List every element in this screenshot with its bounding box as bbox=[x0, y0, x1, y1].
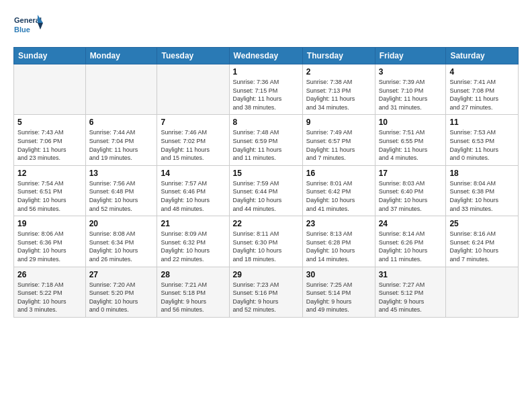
day-cell: 14Sunrise: 7:57 AM Sunset: 6:46 PM Dayli… bbox=[157, 165, 229, 216]
day-info: Sunrise: 7:46 AM Sunset: 7:02 PM Dayligh… bbox=[161, 128, 225, 162]
day-cell: 23Sunrise: 8:13 AM Sunset: 6:28 PM Dayli… bbox=[302, 216, 375, 267]
day-info: Sunrise: 8:14 AM Sunset: 6:26 PM Dayligh… bbox=[379, 230, 443, 263]
day-cell: 4Sunrise: 7:41 AM Sunset: 7:08 PM Daylig… bbox=[446, 64, 519, 115]
day-cell: 21Sunrise: 8:09 AM Sunset: 6:32 PM Dayli… bbox=[157, 216, 229, 267]
day-number: 23 bbox=[306, 219, 371, 228]
page: General Blue SundayMondayTuesdayWednesda… bbox=[0, 0, 532, 324]
calendar: SundayMondayTuesdayWednesdayThursdayFrid… bbox=[13, 47, 519, 318]
day-cell: 10Sunrise: 7:51 AM Sunset: 6:55 PM Dayli… bbox=[375, 115, 446, 165]
day-cell bbox=[157, 64, 229, 115]
day-info: Sunrise: 7:59 AM Sunset: 6:44 PM Dayligh… bbox=[233, 179, 299, 213]
day-number: 12 bbox=[17, 169, 82, 178]
day-info: Sunrise: 8:01 AM Sunset: 6:42 PM Dayligh… bbox=[306, 179, 371, 213]
day-info: Sunrise: 7:49 AM Sunset: 6:57 PM Dayligh… bbox=[306, 128, 371, 162]
day-info: Sunrise: 7:51 AM Sunset: 6:55 PM Dayligh… bbox=[379, 128, 443, 162]
day-cell bbox=[14, 64, 86, 115]
day-info: Sunrise: 8:11 AM Sunset: 6:30 PM Dayligh… bbox=[233, 230, 299, 263]
day-info: Sunrise: 7:53 AM Sunset: 6:53 PM Dayligh… bbox=[449, 128, 515, 162]
day-number: 27 bbox=[89, 270, 154, 279]
day-cell: 7Sunrise: 7:46 AM Sunset: 7:02 PM Daylig… bbox=[157, 115, 229, 165]
week-row-2: 5Sunrise: 7:43 AM Sunset: 7:06 PM Daylig… bbox=[14, 115, 519, 165]
day-cell bbox=[446, 267, 519, 317]
logo-svg: General Blue bbox=[13, 12, 43, 42]
day-info: Sunrise: 7:18 AM Sunset: 5:22 PM Dayligh… bbox=[17, 281, 82, 314]
day-number: 16 bbox=[306, 169, 371, 178]
day-info: Sunrise: 7:41 AM Sunset: 7:08 PM Dayligh… bbox=[449, 78, 515, 111]
day-cell: 25Sunrise: 8:16 AM Sunset: 6:24 PM Dayli… bbox=[446, 216, 519, 267]
day-info: Sunrise: 8:08 AM Sunset: 6:34 PM Dayligh… bbox=[89, 230, 154, 263]
day-cell: 11Sunrise: 7:53 AM Sunset: 6:53 PM Dayli… bbox=[446, 115, 519, 165]
day-info: Sunrise: 7:36 AM Sunset: 7:15 PM Dayligh… bbox=[233, 78, 299, 111]
day-cell: 24Sunrise: 8:14 AM Sunset: 6:26 PM Dayli… bbox=[375, 216, 446, 267]
day-number: 17 bbox=[379, 169, 443, 178]
weekday-tuesday: Tuesday bbox=[157, 48, 229, 64]
day-number: 5 bbox=[17, 118, 82, 127]
weekday-header-row: SundayMondayTuesdayWednesdayThursdayFrid… bbox=[14, 48, 519, 64]
day-cell: 5Sunrise: 7:43 AM Sunset: 7:06 PM Daylig… bbox=[14, 115, 86, 165]
day-number: 6 bbox=[89, 118, 154, 127]
day-number: 31 bbox=[379, 270, 443, 279]
day-info: Sunrise: 7:27 AM Sunset: 5:12 PM Dayligh… bbox=[379, 281, 443, 314]
day-cell: 26Sunrise: 7:18 AM Sunset: 5:22 PM Dayli… bbox=[14, 267, 86, 317]
svg-text:Blue: Blue bbox=[14, 26, 30, 34]
weekday-sunday: Sunday bbox=[14, 48, 86, 64]
day-number: 10 bbox=[379, 118, 443, 127]
day-cell: 17Sunrise: 8:03 AM Sunset: 6:40 PM Dayli… bbox=[375, 165, 446, 216]
day-number: 25 bbox=[449, 219, 515, 228]
day-number: 9 bbox=[306, 118, 371, 127]
day-info: Sunrise: 7:43 AM Sunset: 7:06 PM Dayligh… bbox=[17, 128, 82, 162]
day-number: 30 bbox=[306, 270, 371, 279]
day-info: Sunrise: 7:54 AM Sunset: 6:51 PM Dayligh… bbox=[17, 179, 82, 213]
day-cell: 2Sunrise: 7:38 AM Sunset: 7:13 PM Daylig… bbox=[302, 64, 375, 115]
day-number: 14 bbox=[161, 169, 225, 178]
day-info: Sunrise: 7:39 AM Sunset: 7:10 PM Dayligh… bbox=[379, 78, 443, 111]
day-number: 15 bbox=[233, 169, 299, 178]
day-number: 13 bbox=[89, 169, 154, 178]
day-number: 4 bbox=[449, 67, 515, 77]
header: General Blue bbox=[13, 12, 519, 42]
day-cell: 19Sunrise: 8:06 AM Sunset: 6:36 PM Dayli… bbox=[14, 216, 86, 267]
week-row-3: 12Sunrise: 7:54 AM Sunset: 6:51 PM Dayli… bbox=[14, 165, 519, 216]
day-cell: 3Sunrise: 7:39 AM Sunset: 7:10 PM Daylig… bbox=[375, 64, 446, 115]
day-number: 2 bbox=[306, 67, 371, 77]
logo: General Blue bbox=[13, 12, 43, 42]
day-info: Sunrise: 8:16 AM Sunset: 6:24 PM Dayligh… bbox=[449, 230, 515, 263]
week-row-4: 19Sunrise: 8:06 AM Sunset: 6:36 PM Dayli… bbox=[14, 216, 519, 267]
weekday-saturday: Saturday bbox=[446, 48, 519, 64]
day-info: Sunrise: 7:48 AM Sunset: 6:59 PM Dayligh… bbox=[233, 128, 299, 162]
day-number: 1 bbox=[233, 67, 299, 77]
day-cell: 12Sunrise: 7:54 AM Sunset: 6:51 PM Dayli… bbox=[14, 165, 86, 216]
day-cell: 16Sunrise: 8:01 AM Sunset: 6:42 PM Dayli… bbox=[302, 165, 375, 216]
day-cell: 30Sunrise: 7:25 AM Sunset: 5:14 PM Dayli… bbox=[302, 267, 375, 317]
day-number: 7 bbox=[161, 118, 225, 127]
day-cell: 20Sunrise: 8:08 AM Sunset: 6:34 PM Dayli… bbox=[85, 216, 157, 267]
day-cell: 31Sunrise: 7:27 AM Sunset: 5:12 PM Dayli… bbox=[375, 267, 446, 317]
svg-text:General: General bbox=[14, 16, 42, 24]
day-cell: 15Sunrise: 7:59 AM Sunset: 6:44 PM Dayli… bbox=[229, 165, 302, 216]
weekday-monday: Monday bbox=[85, 48, 157, 64]
day-cell: 1Sunrise: 7:36 AM Sunset: 7:15 PM Daylig… bbox=[229, 64, 302, 115]
day-number: 19 bbox=[17, 219, 82, 228]
day-number: 11 bbox=[449, 118, 515, 127]
day-cell: 29Sunrise: 7:23 AM Sunset: 5:16 PM Dayli… bbox=[229, 267, 302, 317]
day-info: Sunrise: 8:04 AM Sunset: 6:38 PM Dayligh… bbox=[449, 179, 515, 213]
week-row-1: 1Sunrise: 7:36 AM Sunset: 7:15 PM Daylig… bbox=[14, 64, 519, 115]
day-cell: 22Sunrise: 8:11 AM Sunset: 6:30 PM Dayli… bbox=[229, 216, 302, 267]
day-number: 28 bbox=[161, 270, 225, 279]
day-cell: 6Sunrise: 7:44 AM Sunset: 7:04 PM Daylig… bbox=[85, 115, 157, 165]
day-info: Sunrise: 8:03 AM Sunset: 6:40 PM Dayligh… bbox=[379, 179, 443, 213]
day-number: 26 bbox=[17, 270, 82, 279]
day-number: 29 bbox=[233, 270, 299, 279]
day-info: Sunrise: 7:20 AM Sunset: 5:20 PM Dayligh… bbox=[89, 281, 154, 314]
day-info: Sunrise: 8:13 AM Sunset: 6:28 PM Dayligh… bbox=[306, 230, 371, 263]
day-cell: 9Sunrise: 7:49 AM Sunset: 6:57 PM Daylig… bbox=[302, 115, 375, 165]
day-info: Sunrise: 7:44 AM Sunset: 7:04 PM Dayligh… bbox=[89, 128, 154, 162]
day-info: Sunrise: 8:09 AM Sunset: 6:32 PM Dayligh… bbox=[161, 230, 225, 263]
day-cell: 18Sunrise: 8:04 AM Sunset: 6:38 PM Dayli… bbox=[446, 165, 519, 216]
weekday-friday: Friday bbox=[375, 48, 446, 64]
day-info: Sunrise: 7:57 AM Sunset: 6:46 PM Dayligh… bbox=[161, 179, 225, 213]
day-info: Sunrise: 7:21 AM Sunset: 5:18 PM Dayligh… bbox=[161, 281, 225, 314]
day-cell: 13Sunrise: 7:56 AM Sunset: 6:48 PM Dayli… bbox=[85, 165, 157, 216]
day-cell: 27Sunrise: 7:20 AM Sunset: 5:20 PM Dayli… bbox=[85, 267, 157, 317]
day-number: 8 bbox=[233, 118, 299, 127]
